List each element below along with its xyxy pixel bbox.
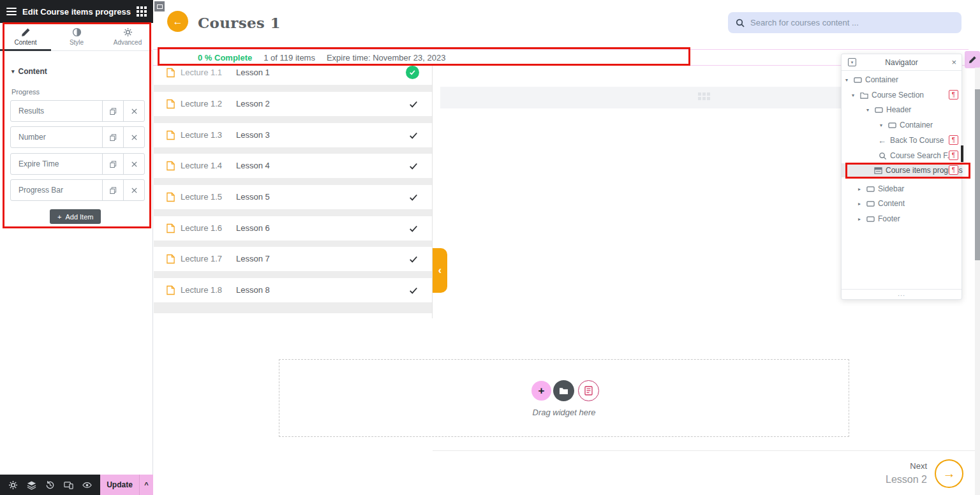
search-input[interactable] (750, 18, 954, 27)
update-options-caret[interactable]: ^ (139, 475, 153, 495)
navigator-scrollbar-thumb[interactable] (961, 145, 963, 162)
repeater-item-label: Number (11, 133, 102, 142)
lesson-row[interactable]: Lecture 1.2 Lesson 2 (154, 92, 432, 116)
widgets-grid-icon[interactable] (137, 6, 147, 17)
lesson-label: Lesson 1 (236, 68, 270, 77)
add-widget-button[interactable]: + (531, 381, 551, 401)
nav-item-course-section[interactable]: ▾ Course Section ¶ (842, 88, 961, 102)
check-icon (409, 224, 418, 233)
repeater-item-progress-bar[interactable]: Progress Bar (10, 179, 145, 201)
repeater-item-results[interactable]: Results (10, 100, 145, 122)
document-icon (167, 223, 175, 233)
tab-content[interactable]: Content (0, 23, 51, 50)
panel-header: Edit Course items progress (0, 0, 153, 23)
lesson-row[interactable]: Lecture 1.3 Lesson 3 (154, 123, 432, 147)
lecture-label: Lecture 1.5 (181, 192, 222, 202)
repeater-item-number[interactable]: Number (10, 126, 145, 148)
folder-icon (860, 91, 868, 100)
lesson-row[interactable]: Lecture 1.6 Lesson 6 (154, 216, 432, 240)
nav-item-footer[interactable]: ▸ Footer (842, 212, 961, 226)
next-lesson-label: Lesson 2 (799, 474, 927, 485)
content-section-header[interactable]: ▾ Content (11, 67, 47, 76)
navigator-resize-handle[interactable]: ... (842, 290, 961, 297)
canvas-scrollbar-thumb[interactable] (975, 89, 980, 260)
back-to-course-button[interactable]: ← (167, 11, 188, 32)
caret-down-icon[interactable]: ▾ (880, 122, 882, 128)
document-icon (167, 99, 175, 109)
check-icon (409, 161, 418, 170)
lecture-label: Lecture 1.8 (181, 285, 222, 295)
menu-icon[interactable] (6, 6, 17, 17)
lesson-row[interactable]: Lecture 1.4 Lesson 4 (154, 154, 432, 178)
lesson-row[interactable]: Lecture 1.1 Lesson 1 (154, 66, 432, 85)
lesson-row[interactable]: Lecture 1.8 Lesson 8 (154, 278, 432, 302)
update-button[interactable]: Update (100, 475, 139, 495)
nav-item-label: Content (878, 199, 905, 208)
nav-item-course-items-progress[interactable]: Course items progress ¶ (842, 163, 961, 177)
nav-item-back-to-course[interactable]: ← Back To Course ¶ (842, 133, 961, 147)
nav-item-course-search[interactable]: Course Search F... ¶ (842, 149, 961, 163)
remove-icon[interactable] (123, 154, 144, 174)
remove-icon[interactable] (123, 127, 144, 147)
nav-item-content[interactable]: ▸ Content (842, 196, 961, 211)
folder-icon (559, 387, 568, 395)
nav-item-label: Container (900, 121, 933, 129)
lesson-label: Lesson 3 (236, 130, 270, 140)
tab-advanced[interactable]: Advanced (102, 23, 153, 50)
document-icon (167, 254, 175, 264)
sidebar-collapse-toggle[interactable]: ‹ (433, 248, 447, 293)
caret-down-icon[interactable]: ▾ (852, 92, 854, 98)
lesson-label: Lesson 2 (236, 99, 270, 108)
remove-icon[interactable] (123, 101, 144, 121)
nav-item-header[interactable]: ▾ Header (842, 103, 961, 117)
remove-icon[interactable] (123, 180, 144, 200)
caret-right-icon[interactable]: ▸ (858, 186, 861, 192)
lecture-label: Lecture 1.2 (181, 99, 222, 108)
nav-item-label: Sidebar (878, 184, 904, 193)
tab-style[interactable]: Style (51, 23, 102, 50)
plus-icon: + (57, 213, 61, 221)
lesson-row[interactable]: Lecture 1.7 Lesson 7 (154, 247, 432, 271)
lecture-label: Lecture 1.1 (181, 68, 222, 77)
navigator-layers-icon[interactable] (27, 480, 36, 490)
settings-icon[interactable] (8, 480, 18, 490)
duplicate-icon[interactable] (102, 127, 123, 147)
nav-item-container[interactable]: ▾ Container (842, 73, 961, 87)
caret-down-icon[interactable]: ▾ (845, 77, 848, 83)
template-library-button[interactable] (553, 380, 574, 401)
duplicate-icon[interactable] (102, 101, 123, 121)
lesson-row[interactable]: Lecture 1.5 Lesson 5 (154, 185, 432, 209)
navigator-panel: ▾ Navigator × ▾ Container ▾ Course Secti… (841, 54, 962, 300)
next-lesson-button[interactable]: → (935, 459, 963, 488)
progress-percent: 0 % Complete (198, 53, 252, 63)
tab-content-label: Content (14, 39, 36, 46)
preview-eye-icon[interactable] (82, 480, 92, 490)
caret-right-icon[interactable]: ▸ (858, 201, 861, 207)
nav-item-label: Course Section (872, 91, 924, 100)
dynamic-content-badge: ¶ (949, 135, 958, 145)
nav-item-sidebar[interactable]: ▸ Sidebar (842, 182, 961, 196)
search-icon (879, 152, 887, 160)
responsive-mode-icon[interactable] (64, 480, 73, 490)
drag-handle-icon (698, 92, 710, 100)
caret-down-icon[interactable]: ▾ (866, 107, 869, 113)
history-icon[interactable] (45, 480, 55, 490)
nav-item-label: Course Search F... (890, 151, 953, 160)
close-icon[interactable]: × (951, 57, 956, 67)
elementor-editor: Edit Course items progress Content Style… (0, 0, 980, 495)
add-item-button[interactable]: + Add Item (50, 209, 101, 224)
duplicate-icon[interactable] (102, 180, 123, 200)
repeater-item-expire-time[interactable]: Expire Time (10, 153, 145, 175)
plus-icon: + (538, 385, 545, 397)
document-icon (167, 130, 175, 140)
ai-template-button[interactable] (578, 380, 599, 401)
check-icon (409, 131, 418, 140)
edit-widget-handle[interactable] (965, 51, 980, 68)
progress-widget-icon (874, 166, 882, 175)
duplicate-icon[interactable] (102, 154, 123, 174)
lesson-label: Lesson 6 (236, 223, 270, 233)
lesson-row[interactable]: Lecture 1.9 Lesson 9 (154, 313, 432, 318)
dock-icon[interactable]: ▾ (848, 58, 856, 66)
caret-right-icon[interactable]: ▸ (858, 216, 861, 222)
nav-item-inner-container[interactable]: ▾ Container (842, 118, 961, 132)
